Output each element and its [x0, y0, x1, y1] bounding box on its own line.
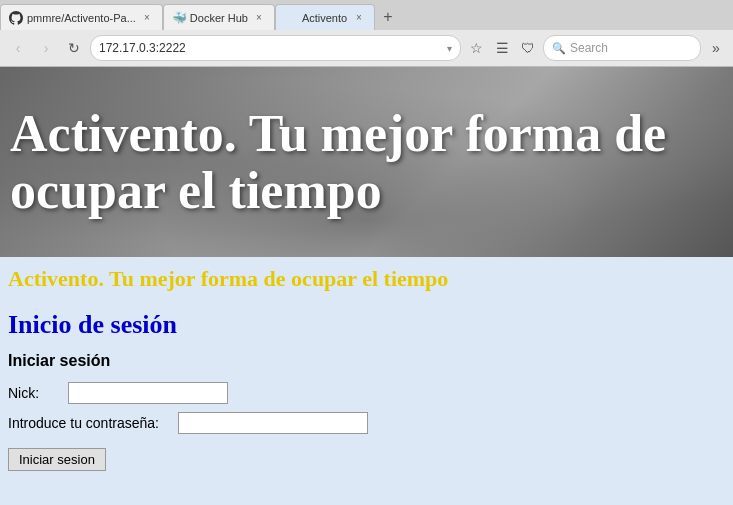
- shield-icon[interactable]: 🛡: [517, 37, 539, 59]
- browser-chrome: pmmre/Activento-Pa... × 🐳 Docker Hub × A…: [0, 0, 733, 67]
- tab-docker[interactable]: 🐳 Docker Hub ×: [163, 4, 275, 30]
- menu-icon[interactable]: ☰: [491, 37, 513, 59]
- address-arrow-icon: ▾: [447, 43, 452, 54]
- page-body: Activento. Tu mejor forma de ocupar el t…: [0, 257, 733, 479]
- hero-title: Activento. Tu mejor forma de ocupar el t…: [10, 105, 723, 219]
- page-subtitle: Activento. Tu mejor forma de ocupar el t…: [8, 265, 725, 294]
- tab-github-close[interactable]: ×: [140, 11, 154, 25]
- tab-activento-label: Activento: [302, 12, 348, 24]
- more-icon[interactable]: »: [705, 37, 727, 59]
- tab-activento-close[interactable]: ×: [352, 11, 366, 25]
- tab-docker-close[interactable]: ×: [252, 11, 266, 25]
- password-label: Introduce tu contraseña:: [8, 415, 178, 431]
- new-tab-button[interactable]: +: [375, 4, 401, 30]
- form-title: Iniciar sesión: [8, 352, 725, 370]
- tab-github-label: pmmre/Activento-Pa...: [27, 12, 136, 24]
- back-button[interactable]: ‹: [6, 36, 30, 60]
- bookmark-icon[interactable]: ☆: [465, 37, 487, 59]
- section-heading: Inicio de sesión: [8, 310, 725, 340]
- tab-github[interactable]: pmmre/Activento-Pa... ×: [0, 4, 163, 30]
- tab-bar: pmmre/Activento-Pa... × 🐳 Docker Hub × A…: [0, 0, 733, 30]
- nick-row: Nick:: [8, 382, 725, 404]
- password-input[interactable]: [178, 412, 368, 434]
- nav-bar: ‹ › ↻ 172.17.0.3:2222 ▾ ☆ ☰ 🛡 🔍 Search »: [0, 30, 733, 66]
- address-bar[interactable]: 172.17.0.3:2222 ▾: [90, 35, 461, 61]
- search-box[interactable]: 🔍 Search: [543, 35, 701, 61]
- search-icon: 🔍: [552, 42, 566, 55]
- page-content: Activento. Tu mejor forma de ocupar el t…: [0, 67, 733, 479]
- forward-button[interactable]: ›: [34, 36, 58, 60]
- docker-favicon-icon: 🐳: [172, 11, 186, 25]
- password-row: Introduce tu contraseña:: [8, 412, 725, 434]
- tab-activento[interactable]: Activento ×: [275, 4, 375, 30]
- search-placeholder-text: Search: [570, 41, 608, 55]
- refresh-button[interactable]: ↻: [62, 36, 86, 60]
- address-text: 172.17.0.3:2222: [99, 41, 443, 55]
- submit-button[interactable]: Iniciar sesion: [8, 448, 106, 471]
- activento-favicon-icon: [284, 11, 298, 25]
- github-favicon-icon: [9, 11, 23, 25]
- hero-banner: Activento. Tu mejor forma de ocupar el t…: [0, 67, 733, 257]
- nick-input[interactable]: [68, 382, 228, 404]
- tab-docker-label: Docker Hub: [190, 12, 248, 24]
- nick-label: Nick:: [8, 385, 68, 401]
